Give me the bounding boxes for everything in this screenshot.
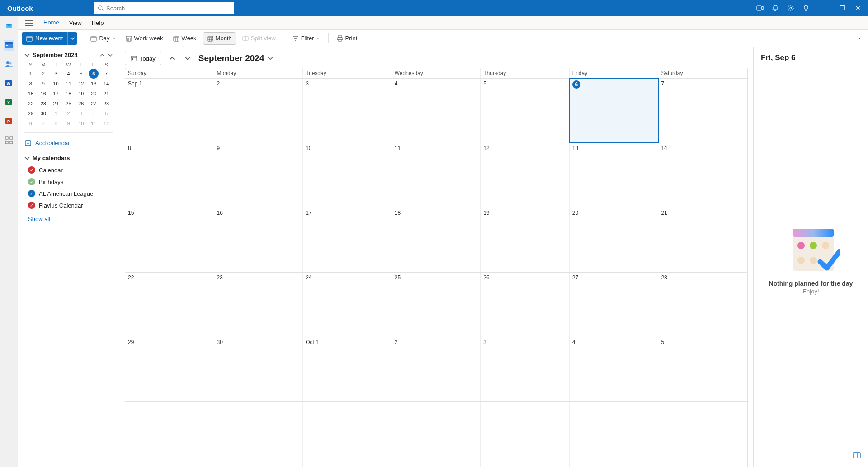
mini-day[interactable]: 5 — [102, 109, 111, 118]
day-cell[interactable]: 27 — [570, 273, 659, 337]
today-button[interactable]: Today — [125, 52, 161, 65]
day-cell[interactable]: 4 — [570, 337, 659, 401]
day-cell[interactable] — [303, 402, 392, 467]
tips-icon[interactable] — [802, 5, 810, 12]
day-cell[interactable]: 10 — [303, 143, 392, 208]
mini-day[interactable]: 12 — [102, 119, 111, 128]
calendar-item[interactable]: ✓Flavius Calendar — [24, 199, 113, 211]
mini-day[interactable]: 29 — [26, 109, 35, 118]
add-calendar-button[interactable]: Add calendar — [24, 137, 113, 148]
show-all-link[interactable]: Show all — [24, 211, 113, 222]
mini-day[interactable]: 1 — [52, 109, 61, 118]
mini-day[interactable]: 20 — [89, 89, 98, 98]
month-button[interactable]: Month — [203, 32, 236, 45]
people-app-icon[interactable] — [4, 59, 14, 70]
day-cell[interactable]: 30 — [214, 337, 303, 401]
search-box[interactable] — [94, 2, 234, 14]
day-cell[interactable]: 18 — [392, 208, 481, 272]
tab-help[interactable]: Help — [92, 18, 104, 28]
day-cell[interactable] — [570, 402, 659, 467]
mini-day[interactable]: 11 — [64, 79, 73, 88]
mini-day[interactable]: 25 — [64, 99, 73, 108]
day-cell[interactable]: 15 — [125, 208, 214, 272]
ribbon-expand[interactable] — [858, 36, 864, 41]
mini-day[interactable]: 10 — [76, 119, 85, 128]
settings-icon[interactable] — [787, 5, 794, 12]
calendar-checkbox[interactable]: ✓ — [28, 178, 35, 185]
day-cell[interactable]: 5 — [481, 79, 570, 143]
day-cell[interactable]: 16 — [214, 208, 303, 272]
mini-day[interactable]: 6 — [26, 119, 35, 128]
new-event-dropdown[interactable] — [67, 32, 77, 45]
mini-day[interactable]: 30 — [39, 109, 48, 118]
mini-day[interactable]: 21 — [102, 89, 111, 98]
day-cell[interactable]: 4 — [392, 79, 481, 143]
mail-app-icon[interactable] — [4, 21, 14, 32]
calendar-item[interactable]: ✓AL American League — [24, 188, 113, 199]
mini-day[interactable]: 11 — [89, 119, 98, 128]
next-month-button[interactable] — [183, 54, 192, 63]
calendar-app-icon[interactable] — [4, 40, 14, 51]
day-cell[interactable]: 2 — [392, 337, 481, 401]
mini-day[interactable]: 28 — [102, 99, 111, 108]
work-week-button[interactable]: Work week — [122, 32, 167, 45]
day-cell[interactable] — [214, 402, 303, 467]
my-calendars-section[interactable]: My calendars — [24, 155, 113, 161]
day-cell[interactable]: 6 — [570, 79, 659, 143]
day-cell[interactable]: 29 — [125, 337, 214, 401]
notification-icon[interactable] — [772, 5, 779, 12]
day-cell[interactable] — [481, 402, 570, 467]
day-cell[interactable]: 12 — [481, 143, 570, 208]
mini-day[interactable]: 12 — [76, 79, 85, 88]
tab-home[interactable]: Home — [43, 17, 59, 28]
day-cell[interactable]: 19 — [481, 208, 570, 272]
mini-day[interactable]: 10 — [52, 79, 61, 88]
day-cell[interactable]: 25 — [392, 273, 481, 337]
calendar-item[interactable]: ✓Birthdays — [24, 176, 113, 188]
close-button[interactable]: ✕ — [855, 5, 861, 12]
chevron-down-icon[interactable] — [24, 52, 30, 58]
prev-month-button[interactable] — [168, 54, 177, 63]
minimize-button[interactable]: — — [823, 5, 830, 12]
mini-day[interactable]: 23 — [39, 99, 48, 108]
print-button[interactable]: Print — [333, 32, 361, 45]
day-cell[interactable]: 11 — [392, 143, 481, 208]
calendar-title[interactable]: September 2024 — [198, 53, 274, 63]
mini-day[interactable]: 2 — [64, 109, 73, 118]
day-cell[interactable]: 26 — [481, 273, 570, 337]
filter-button[interactable]: Filter — [289, 32, 324, 45]
day-cell[interactable]: 14 — [658, 143, 747, 208]
mini-day[interactable]: 3 — [52, 69, 61, 78]
more-apps-icon[interactable] — [4, 135, 14, 146]
day-cell[interactable]: 20 — [570, 208, 659, 272]
week-button[interactable]: Week — [170, 32, 200, 45]
word-app-icon[interactable]: W — [4, 78, 14, 89]
day-cell[interactable]: 7 — [658, 79, 747, 143]
day-cell[interactable]: 13 — [570, 143, 659, 208]
mini-day[interactable]: 4 — [89, 109, 98, 118]
day-cell[interactable]: 28 — [658, 273, 747, 337]
day-cell[interactable]: 3 — [303, 79, 392, 143]
mini-day[interactable]: 16 — [39, 89, 48, 98]
day-cell[interactable]: 5 — [658, 337, 747, 401]
day-cell[interactable] — [658, 402, 747, 467]
mini-day[interactable]: 13 — [89, 79, 98, 88]
mini-day[interactable]: 15 — [26, 89, 35, 98]
mini-day[interactable]: 8 — [26, 79, 35, 88]
panel-toggle-icon[interactable] — [853, 452, 861, 458]
day-cell[interactable]: 22 — [125, 273, 214, 337]
calendar-checkbox[interactable]: ✓ — [28, 190, 35, 197]
calendar-item[interactable]: ✓Calendar — [24, 164, 113, 176]
day-cell[interactable]: 23 — [214, 273, 303, 337]
day-cell[interactable]: 2 — [214, 79, 303, 143]
calendar-checkbox[interactable]: ✓ — [28, 166, 35, 174]
mini-day[interactable]: 2 — [39, 69, 48, 78]
day-cell[interactable]: Sep 1 — [125, 79, 214, 143]
mini-day[interactable]: 22 — [26, 99, 35, 108]
excel-app-icon[interactable]: X — [4, 97, 14, 108]
day-cell[interactable] — [125, 402, 214, 467]
mini-day[interactable]: 18 — [64, 89, 73, 98]
chevron-down-icon[interactable] — [108, 53, 113, 57]
day-cell[interactable]: 17 — [303, 208, 392, 272]
tab-view[interactable]: View — [69, 18, 82, 28]
